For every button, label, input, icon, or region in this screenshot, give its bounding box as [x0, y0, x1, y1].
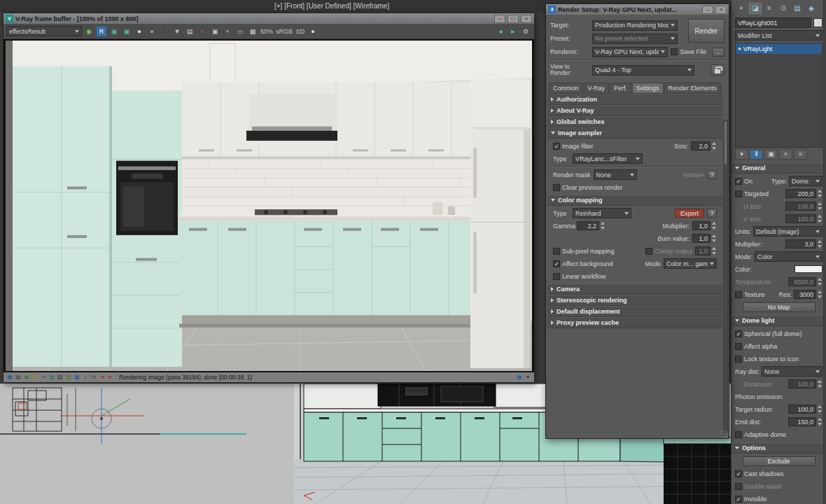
srgb-toggle[interactable]: sRGB: [275, 26, 293, 37]
tab-modify[interactable]: ◪: [749, 3, 762, 14]
remove-modifier-icon[interactable]: ×: [779, 149, 792, 160]
rgb-channels-icon[interactable]: R: [96, 26, 107, 37]
spinner-arrows-icon[interactable]: [817, 417, 822, 426]
affect-background-checkbox[interactable]: ✓Affect background: [553, 260, 612, 267]
status-prev-icon[interactable]: ◄: [99, 373, 106, 382]
zoom-view-icon[interactable]: ►: [507, 26, 519, 37]
status-track-icon[interactable]: +: [40, 373, 47, 382]
tab-vray[interactable]: V-Ray: [584, 83, 610, 93]
spinner-value[interactable]: 150,0: [788, 417, 816, 426]
spinner-arrows-icon[interactable]: [711, 246, 717, 255]
display-sd-toggle[interactable]: SD: [295, 26, 306, 37]
u-size-spinner[interactable]: 100,0: [785, 202, 822, 211]
cmap-mode-dropdown[interactable]: Color m... gamma): [664, 258, 717, 269]
alpha-channel-icon[interactable]: ●: [134, 26, 145, 37]
stamp-icon[interactable]: ▩: [247, 26, 258, 37]
preset-dropdown[interactable]: No preset selected: [592, 34, 678, 44]
status-alpha-icon[interactable]: ▥: [31, 373, 38, 382]
vfb-titlebar[interactable]: V V-Ray frame buffer - [100% of 1000 x 6…: [4, 13, 534, 24]
exclude-button[interactable]: Exclude: [743, 456, 816, 466]
tab-display[interactable]: ▤: [791, 3, 804, 14]
monochromatic-icon[interactable]: ●: [146, 26, 158, 37]
spinner-value[interactable]: 200,0: [785, 189, 816, 198]
invisible-checkbox[interactable]: ✓Invisible: [735, 496, 767, 503]
green-channel-icon[interactable]: ▣: [121, 26, 132, 37]
tab-settings[interactable]: Settings: [632, 83, 664, 93]
panel-scrollbar[interactable]: [823, 0, 826, 504]
region-render-icon[interactable]: ▭: [234, 26, 246, 37]
units-dropdown[interactable]: Default (image): [753, 226, 822, 237]
status-history-icon[interactable]: ▨: [65, 373, 72, 382]
spinner-value[interactable]: 2,0: [691, 141, 710, 150]
filter-type-dropdown[interactable]: VRayLanc...sFilter: [573, 153, 643, 164]
spinner-value[interactable]: 3,0: [785, 239, 816, 248]
rollout-general[interactable]: General: [732, 162, 826, 174]
duplicate-to-host-icon[interactable]: ▣: [209, 26, 220, 37]
spinner-arrows-icon[interactable]: [600, 221, 606, 230]
expert-mode-button[interactable]: Expert: [675, 209, 704, 218]
double-sided-checkbox[interactable]: Double-sided: [735, 483, 781, 490]
spinner-arrows-icon[interactable]: [711, 234, 717, 243]
save-file-checkbox[interactable]: Save File: [671, 48, 706, 55]
spinner-value[interactable]: 100,0: [785, 214, 816, 223]
spinner-arrows-icon[interactable]: [817, 239, 822, 248]
targeted-checkbox[interactable]: Targeted: [735, 190, 769, 197]
image-filter-checkbox[interactable]: ✓Image filter: [553, 143, 594, 150]
spinner-value[interactable]: 1,0: [692, 234, 710, 243]
size-spinner[interactable]: 2,0: [691, 141, 717, 150]
gamma-spinner[interactable]: 2,2: [577, 221, 606, 230]
viewport-front-wireframe[interactable]: [0, 384, 294, 504]
texture-checkbox[interactable]: Texture: [735, 291, 765, 298]
modifier-list-dropdown[interactable]: Modifier List: [735, 30, 822, 41]
temperature-spinner[interactable]: 6500,0: [788, 277, 822, 286]
wirecolor-swatch[interactable]: [813, 18, 822, 27]
sub-pixel-mapping-checkbox[interactable]: Sub-pixel mapping: [553, 248, 615, 255]
adaptive-dome-checkbox[interactable]: Adaptive dome: [735, 431, 786, 438]
on-checkbox[interactable]: ✓On: [735, 178, 752, 185]
rollout-image-sampler[interactable]: Image sampler: [547, 127, 722, 139]
burn-value-spinner[interactable]: 1,0: [692, 234, 717, 243]
linear-workflow-checkbox[interactable]: Linear workflow: [553, 273, 606, 280]
spinner-arrows-icon[interactable]: [817, 214, 822, 223]
target-radius-spinner[interactable]: 100,0: [788, 405, 822, 414]
color-corrections-icon[interactable]: ◉: [83, 26, 94, 37]
maximize-button[interactable]: □: [507, 15, 519, 23]
spinner-value[interactable]: 3000: [794, 290, 816, 299]
rollout-stereoscopic[interactable]: Stereoscopic rendering: [547, 295, 722, 306]
spinner-arrows-icon[interactable]: [817, 277, 822, 286]
spinner-value[interactable]: 6500,0: [788, 277, 816, 286]
dialog-scrollbar[interactable]: [723, 120, 728, 436]
minimize-button[interactable]: –: [702, 6, 713, 14]
track-mouse-icon[interactable]: +: [222, 26, 233, 37]
clear-previous-render-checkbox[interactable]: Clear previous render: [553, 184, 623, 191]
object-name-field[interactable]: VRayLight001: [735, 18, 811, 28]
render-setup-titlebar[interactable]: 3 Render Setup: V-Ray GPU Next, updat...…: [546, 4, 729, 15]
tab-render-elements[interactable]: Render Elements: [664, 83, 722, 93]
spinner-arrows-icon[interactable]: [817, 290, 822, 299]
rollout-proxy-preview[interactable]: Proxy preview cache: [547, 317, 722, 328]
lock-view-button[interactable]: [710, 64, 724, 76]
make-unique-icon[interactable]: ▣: [764, 149, 778, 160]
view-dropdown[interactable]: Quad 4 - Top: [592, 65, 694, 76]
lock-texture-checkbox[interactable]: Lock texture to icon: [735, 356, 799, 363]
background-toggle-icon[interactable]: ●: [159, 26, 170, 37]
rollout-options[interactable]: Options: [732, 442, 826, 454]
spinner-arrows-icon[interactable]: [817, 202, 822, 211]
spinner-arrows-icon[interactable]: [817, 405, 822, 414]
close-button[interactable]: ×: [715, 6, 727, 14]
stack-item-vraylight[interactable]: ● VRayLight: [736, 43, 822, 54]
mode-dropdown[interactable]: Color: [755, 251, 822, 262]
multiplier-spinner[interactable]: 3,0: [785, 239, 822, 248]
status-pencil-icon[interactable]: /: [82, 373, 89, 382]
distances-spinner[interactable]: 100,0: [788, 379, 822, 388]
render-mask-dropdown[interactable]: None: [594, 169, 637, 180]
spinner-arrows-icon[interactable]: [817, 189, 822, 198]
tab-motion[interactable]: ⊙: [777, 3, 790, 14]
cmap-type-dropdown[interactable]: Reinhard: [573, 208, 631, 218]
lens-effects-icon[interactable]: ●: [307, 26, 318, 37]
spinner-value[interactable]: 100,0: [788, 405, 816, 414]
clamp-value-spinner[interactable]: 1,0: [695, 246, 717, 255]
emit-dist-spinner[interactable]: 150,0: [788, 417, 822, 426]
vfb-settings-icon[interactable]: ⚙: [520, 26, 531, 37]
status-next-icon[interactable]: ►: [107, 373, 114, 382]
